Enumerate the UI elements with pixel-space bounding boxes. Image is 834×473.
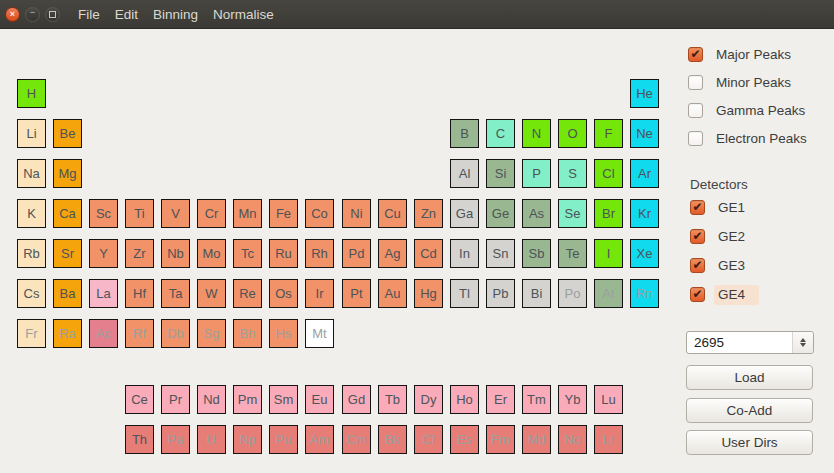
element-tile-bi[interactable]: Bi	[522, 279, 551, 308]
spin-up-icon[interactable]	[800, 338, 806, 342]
element-tile-tm[interactable]: Tm	[522, 385, 551, 414]
element-tile-lu[interactable]: Lu	[594, 385, 623, 414]
element-tile-c[interactable]: C	[486, 119, 515, 148]
element-tile-sc[interactable]: Sc	[89, 199, 118, 228]
element-tile-cl[interactable]: Cl	[594, 159, 623, 188]
spin-down-icon[interactable]	[800, 343, 806, 347]
element-tile-p[interactable]: P	[522, 159, 551, 188]
element-tile-ba[interactable]: Ba	[53, 279, 82, 308]
menu-item-edit[interactable]: Edit	[115, 7, 138, 22]
element-tile-ce[interactable]: Ce	[125, 385, 154, 414]
element-tile-he[interactable]: He	[630, 79, 659, 108]
menu-item-normalise[interactable]: Normalise	[213, 7, 274, 22]
menu-item-binning[interactable]: Binning	[153, 7, 198, 22]
element-tile-re[interactable]: Re	[233, 279, 262, 308]
element-tile-ca[interactable]: Ca	[53, 199, 82, 228]
element-tile-zr[interactable]: Zr	[125, 239, 154, 268]
userdirs-button[interactable]: User Dirs	[686, 430, 813, 455]
element-tile-ho[interactable]: Ho	[450, 385, 479, 414]
element-tile-ag[interactable]: Ag	[378, 239, 407, 268]
element-tile-zn[interactable]: Zn	[414, 199, 443, 228]
element-tile-yb[interactable]: Yb	[558, 385, 587, 414]
element-tile-sn[interactable]: Sn	[486, 239, 515, 268]
element-tile-y[interactable]: Y	[89, 239, 118, 268]
menu-item-file[interactable]: File	[78, 7, 100, 22]
spinbox-steppers[interactable]	[792, 332, 813, 353]
element-tile-ne[interactable]: Ne	[630, 119, 659, 148]
element-tile-ti[interactable]: Ti	[125, 199, 154, 228]
element-tile-b[interactable]: B	[450, 119, 479, 148]
element-tile-cu[interactable]: Cu	[378, 199, 407, 228]
element-tile-cr[interactable]: Cr	[197, 199, 226, 228]
element-tile-hf[interactable]: Hf	[125, 279, 154, 308]
element-tile-rh[interactable]: Rh	[305, 239, 334, 268]
element-tile-os[interactable]: Os	[269, 279, 298, 308]
element-tile-br[interactable]: Br	[594, 199, 623, 228]
detector-checkbox-ge2[interactable]: ✔	[690, 229, 705, 244]
element-tile-s[interactable]: S	[558, 159, 587, 188]
element-tile-nd[interactable]: Nd	[197, 385, 226, 414]
element-tile-n[interactable]: N	[522, 119, 551, 148]
element-tile-pr[interactable]: Pr	[161, 385, 190, 414]
element-tile-ta[interactable]: Ta	[161, 279, 190, 308]
peaks-checkbox-electron[interactable]	[688, 131, 703, 146]
element-tile-mg[interactable]: Mg	[53, 159, 82, 188]
element-tile-ge[interactable]: Ge	[486, 199, 515, 228]
element-tile-nb[interactable]: Nb	[161, 239, 190, 268]
element-tile-th[interactable]: Th	[125, 425, 154, 454]
element-tile-cs[interactable]: Cs	[17, 279, 46, 308]
element-tile-ru[interactable]: Ru	[269, 239, 298, 268]
element-tile-mo[interactable]: Mo	[197, 239, 226, 268]
element-tile-tb[interactable]: Tb	[378, 385, 407, 414]
element-tile-sm[interactable]: Sm	[269, 385, 298, 414]
element-tile-fe[interactable]: Fe	[269, 199, 298, 228]
element-tile-pd[interactable]: Pd	[342, 239, 371, 268]
element-tile-ga[interactable]: Ga	[450, 199, 479, 228]
element-tile-as[interactable]: As	[522, 199, 551, 228]
element-tile-se[interactable]: Se	[558, 199, 587, 228]
peaks-checkbox-minor[interactable]	[688, 75, 703, 90]
element-tile-li[interactable]: Li	[17, 119, 46, 148]
element-tile-w[interactable]: W	[197, 279, 226, 308]
element-tile-pb[interactable]: Pb	[486, 279, 515, 308]
element-tile-ar[interactable]: Ar	[630, 159, 659, 188]
load-button[interactable]: Load	[686, 365, 813, 390]
element-tile-i[interactable]: I	[594, 239, 623, 268]
element-tile-tl[interactable]: Tl	[450, 279, 479, 308]
detector-checkbox-ge1[interactable]: ✔	[690, 200, 705, 215]
element-tile-la[interactable]: La	[89, 279, 118, 308]
element-tile-rb[interactable]: Rb	[17, 239, 46, 268]
element-tile-au[interactable]: Au	[378, 279, 407, 308]
element-tile-hg[interactable]: Hg	[414, 279, 443, 308]
element-tile-sb[interactable]: Sb	[522, 239, 551, 268]
element-tile-be[interactable]: Be	[53, 119, 82, 148]
element-tile-h[interactable]: H	[17, 79, 46, 108]
close-window-icon[interactable]: ×	[5, 7, 20, 22]
element-tile-eu[interactable]: Eu	[305, 385, 334, 414]
element-tile-te[interactable]: Te	[558, 239, 587, 268]
element-tile-na[interactable]: Na	[17, 159, 46, 188]
element-tile-k[interactable]: K	[17, 199, 46, 228]
element-tile-in[interactable]: In	[450, 239, 479, 268]
element-tile-pm[interactable]: Pm	[233, 385, 262, 414]
element-tile-cd[interactable]: Cd	[414, 239, 443, 268]
run-number-spinbox[interactable]: 2695	[686, 331, 814, 354]
peaks-checkbox-gamma[interactable]	[688, 103, 703, 118]
element-tile-ir[interactable]: Ir	[305, 279, 334, 308]
element-tile-f[interactable]: F	[594, 119, 623, 148]
element-tile-co[interactable]: Co	[305, 199, 334, 228]
element-tile-sr[interactable]: Sr	[53, 239, 82, 268]
maximize-window-icon[interactable]	[45, 7, 60, 22]
element-tile-kr[interactable]: Kr	[630, 199, 659, 228]
element-tile-er[interactable]: Er	[486, 385, 515, 414]
element-tile-pt[interactable]: Pt	[342, 279, 371, 308]
element-tile-si[interactable]: Si	[486, 159, 515, 188]
peaks-checkbox-major[interactable]: ✔	[688, 47, 703, 62]
element-tile-v[interactable]: V	[161, 199, 190, 228]
element-tile-ni[interactable]: Ni	[342, 199, 371, 228]
element-tile-tc[interactable]: Tc	[233, 239, 262, 268]
element-tile-xe[interactable]: Xe	[630, 239, 659, 268]
element-tile-mn[interactable]: Mn	[233, 199, 262, 228]
element-tile-dy[interactable]: Dy	[414, 385, 443, 414]
coadd-button[interactable]: Co-Add	[686, 398, 813, 423]
